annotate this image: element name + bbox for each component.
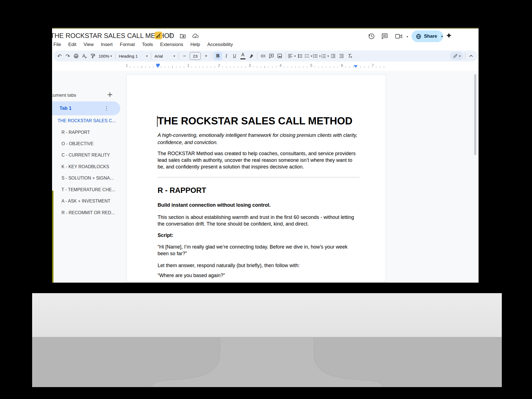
zoom-select[interactable]: 100%▾ bbox=[97, 52, 114, 60]
numbered-list-button[interactable]: 123 ▾ bbox=[321, 52, 329, 60]
star-icon[interactable]: ☆ bbox=[167, 31, 173, 39]
outline-item-solution[interactable]: S - SOLUTION + SIGNA... bbox=[61, 176, 114, 181]
tab-options-icon[interactable]: ⋮ bbox=[104, 105, 109, 111]
doc-bold-line: Build instant connection without losing … bbox=[158, 202, 359, 208]
toolbar-separator bbox=[465, 53, 465, 59]
outline-item-objective[interactable]: O - OBJECTIVE bbox=[61, 141, 94, 146]
document-tabs-header: Document tabs bbox=[52, 93, 76, 98]
add-tab-button[interactable]: + bbox=[107, 90, 113, 99]
menu-tools[interactable]: Tools bbox=[138, 42, 157, 47]
menu-accessibility[interactable]: Accessibility bbox=[204, 42, 237, 47]
hide-menus-button[interactable] bbox=[467, 52, 475, 60]
underline-button[interactable]: U bbox=[230, 52, 239, 60]
ruler-number: 5 bbox=[309, 63, 313, 68]
gemini-sparkle-icon[interactable] bbox=[445, 32, 453, 40]
ruler-number: 4 bbox=[279, 63, 282, 68]
ruler-ticks bbox=[126, 66, 386, 68]
share-caret-icon[interactable]: ▾ bbox=[441, 35, 443, 38]
menu-insert[interactable]: Insert bbox=[97, 42, 116, 47]
outline-item-key-roadblocks[interactable]: K - KEY ROADBLOCKS bbox=[61, 164, 109, 169]
decrease-font-size-button[interactable]: − bbox=[180, 52, 189, 60]
toolbar-separator bbox=[178, 53, 179, 59]
menu-help[interactable]: Help bbox=[187, 42, 204, 47]
increase-font-size-button[interactable]: + bbox=[202, 52, 210, 60]
redo-button[interactable]: ↷ bbox=[64, 52, 72, 60]
paragraph-style-select[interactable]: Heading 1▾ bbox=[117, 52, 149, 60]
version-history-icon[interactable] bbox=[368, 33, 375, 41]
right-indent-marker[interactable] bbox=[354, 65, 358, 68]
document-body[interactable]: THE ROCKSTAR SALES CALL METHOD A high-co… bbox=[127, 75, 386, 279]
ruler-number: 1 bbox=[125, 63, 129, 68]
menu-bar: File Edit View Insert Format Tools Exten… bbox=[52, 40, 237, 49]
increase-indent-button[interactable] bbox=[337, 52, 346, 60]
menu-edit[interactable]: Edit bbox=[65, 42, 80, 47]
ruler-number: 1 bbox=[186, 63, 190, 68]
paint-format-button[interactable] bbox=[89, 52, 97, 60]
insert-link-button[interactable] bbox=[259, 52, 267, 60]
vertical-scrollbar[interactable] bbox=[474, 74, 476, 155]
menu-extensions[interactable]: Extensions bbox=[156, 42, 187, 47]
doc-heading-rapport: R - RAPPORT bbox=[158, 186, 359, 195]
toolbar-separator bbox=[151, 53, 151, 59]
outline-item-rapport[interactable]: R - RAPPORT bbox=[61, 130, 90, 135]
toolbar-separator bbox=[212, 53, 212, 59]
menu-file[interactable]: File bbox=[52, 42, 65, 47]
outline-item-title[interactable]: THE ROCKSTAR SALES C... bbox=[58, 118, 116, 123]
doc-intro-paragraph: The ROCKSTAR Method was created to help … bbox=[158, 150, 359, 170]
undo-button[interactable]: ↶ bbox=[55, 52, 64, 60]
move-to-folder-icon[interactable] bbox=[180, 33, 186, 40]
outline-item-recommit[interactable]: R - RECOMMIT OR RED... bbox=[61, 210, 115, 215]
insert-image-button[interactable] bbox=[276, 52, 284, 60]
google-docs-window: THE ROCKSTAR SALES CALL METHOD ☆ ▾ Share… bbox=[52, 28, 479, 283]
left-indent-marker[interactable] bbox=[156, 65, 160, 68]
monitor-stand bbox=[32, 337, 502, 387]
monitor-mockup: THE ROCKSTAR SALES CALL METHOD ☆ ▾ Share… bbox=[0, 0, 532, 399]
outline-item-temperature[interactable]: T - TEMPERATURE CHE... bbox=[61, 187, 115, 192]
outline-item-current-reality[interactable]: C - CURRENT REALITY bbox=[61, 153, 110, 158]
bulleted-list-button[interactable]: ▾ bbox=[312, 52, 321, 60]
ruler[interactable]: 1 1 2 3 4 5 6 7 bbox=[122, 62, 479, 71]
outline-item-ask-investment[interactable]: A - ASK + INVESTMENT bbox=[61, 199, 110, 204]
line-spacing-button[interactable] bbox=[296, 52, 304, 60]
checklist-button[interactable]: ▾ bbox=[304, 52, 312, 60]
align-button[interactable]: ▾ bbox=[287, 52, 296, 60]
add-comment-button[interactable] bbox=[267, 52, 276, 60]
meet-caret-icon[interactable]: ▾ bbox=[407, 35, 408, 39]
ruler-number: 6 bbox=[340, 63, 344, 68]
doc-heading-title: THE ROCKSTAR SALES CALL METHOD bbox=[158, 115, 359, 127]
decrease-indent-button[interactable] bbox=[329, 52, 337, 60]
print-button[interactable] bbox=[72, 52, 80, 60]
text-cursor bbox=[157, 116, 158, 127]
toolbar-separator bbox=[286, 53, 286, 59]
bold-button[interactable]: B bbox=[214, 52, 222, 60]
doc-subtitle: A high-converting, emotionally intellige… bbox=[158, 132, 359, 146]
tab-1-item[interactable]: Tab 1 ⋮ bbox=[52, 101, 120, 115]
doc-script-label: Script: bbox=[158, 232, 359, 239]
clear-formatting-button[interactable] bbox=[346, 52, 354, 60]
horizontal-rule bbox=[158, 177, 359, 177]
document-page[interactable]: THE ROCKSTAR SALES CALL METHOD A high-co… bbox=[126, 74, 386, 283]
italic-button[interactable]: I bbox=[222, 52, 230, 60]
editing-mode-select[interactable]: ▾ bbox=[450, 52, 463, 60]
text-color-button[interactable]: A bbox=[239, 52, 247, 60]
cloud-saved-icon[interactable] bbox=[192, 33, 199, 40]
monitor-chin bbox=[32, 293, 502, 337]
highlight-color-button[interactable] bbox=[247, 52, 255, 60]
spell-check-button[interactable] bbox=[80, 52, 89, 60]
meet-video-icon[interactable] bbox=[395, 33, 403, 41]
ruler-number: 3 bbox=[248, 63, 252, 68]
font-size-input[interactable]: 23 bbox=[190, 52, 201, 60]
menu-view[interactable]: View bbox=[80, 42, 97, 47]
comments-icon[interactable] bbox=[381, 33, 388, 41]
svg-text:3: 3 bbox=[321, 57, 322, 58]
tab-1-label: Tab 1 bbox=[60, 106, 71, 111]
share-button[interactable]: Share ▾ bbox=[412, 30, 443, 42]
menu-format[interactable]: Format bbox=[116, 42, 138, 47]
window-top-edge bbox=[52, 28, 479, 29]
toolbar: ↶ ↷ 100%▾ Heading 1▾ Arial▾ − bbox=[53, 50, 477, 62]
doc-followup: Let them answer, respond naturally (but … bbox=[158, 262, 359, 269]
label-badge-icon bbox=[155, 32, 162, 39]
doc-quote-1: “Hi [Name], I’m really glad we’re connec… bbox=[158, 244, 359, 257]
font-select[interactable]: Arial▾ bbox=[153, 52, 177, 60]
monitor-stand-area bbox=[32, 337, 502, 387]
